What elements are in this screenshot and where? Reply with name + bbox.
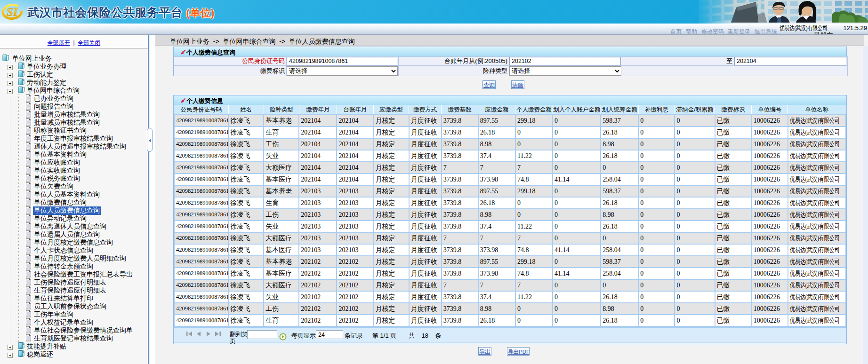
svg-text:SI: SI [7, 6, 18, 18]
